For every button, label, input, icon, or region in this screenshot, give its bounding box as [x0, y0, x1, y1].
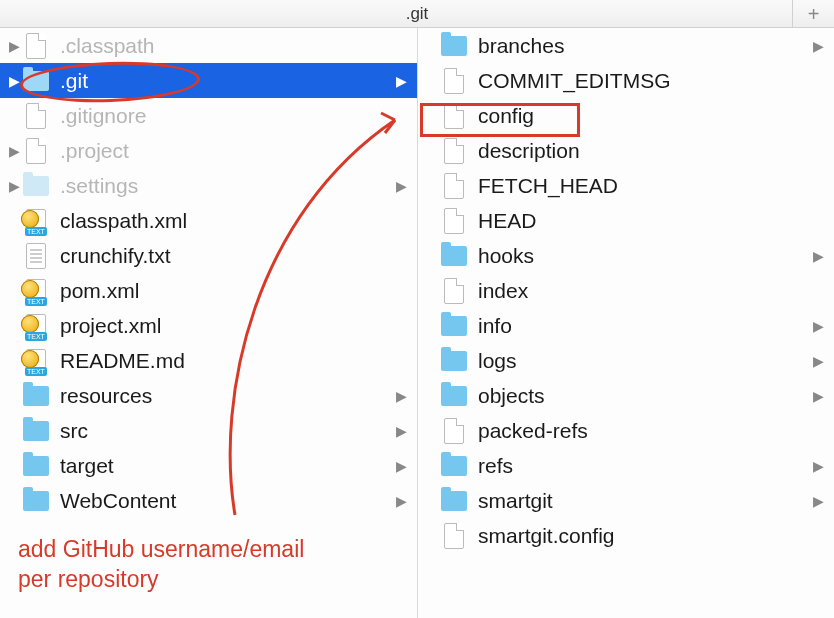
plus-icon: + — [808, 3, 820, 26]
list-item[interactable]: WebContent▶ — [0, 483, 417, 518]
new-tab-button[interactable]: + — [792, 0, 834, 28]
folder-icon — [22, 382, 50, 410]
file-icon — [440, 417, 468, 445]
item-label: HEAD — [478, 209, 810, 233]
expand-arrow-right[interactable]: ▶ — [810, 38, 834, 54]
item-label: .git — [60, 69, 393, 93]
list-item[interactable]: branches▶ — [418, 28, 834, 63]
list-item[interactable]: info▶ — [418, 308, 834, 343]
list-item[interactable]: smartgit.config — [418, 518, 834, 553]
folder-icon — [440, 347, 468, 375]
item-label: resources — [60, 384, 393, 408]
item-label: objects — [478, 384, 810, 408]
folder-icon — [22, 487, 50, 515]
list-item[interactable]: target▶ — [0, 448, 417, 483]
list-item[interactable]: logs▶ — [418, 343, 834, 378]
list-item[interactable]: TEXTclasspath.xml — [0, 203, 417, 238]
list-item[interactable]: TEXTREADME.md — [0, 343, 417, 378]
expand-arrow-right[interactable]: ▶ — [393, 423, 417, 439]
item-label: hooks — [478, 244, 810, 268]
item-label: classpath.xml — [60, 209, 393, 233]
folder-icon — [440, 242, 468, 270]
list-item[interactable]: .gitignore — [0, 98, 417, 133]
list-item[interactable]: TEXTpom.xml — [0, 273, 417, 308]
item-label: target — [60, 454, 393, 478]
item-label: .settings — [60, 174, 393, 198]
file-icon — [22, 102, 50, 130]
list-item[interactable]: resources▶ — [0, 378, 417, 413]
title-bar: .git + — [0, 0, 834, 28]
list-item[interactable]: smartgit▶ — [418, 483, 834, 518]
item-label: description — [478, 139, 810, 163]
expand-arrow-right[interactable]: ▶ — [810, 493, 834, 509]
expand-arrow-right[interactable]: ▶ — [393, 458, 417, 474]
item-label: pom.xml — [60, 279, 393, 303]
item-label: crunchify.txt — [60, 244, 393, 268]
xml-file-icon: TEXT — [22, 207, 50, 235]
expand-arrow-left[interactable]: ▶ — [6, 38, 22, 54]
expand-arrow-left[interactable]: ▶ — [6, 73, 22, 89]
item-label: config — [478, 104, 810, 128]
list-item[interactable]: ▶.git▶ — [0, 63, 417, 98]
expand-arrow-right[interactable]: ▶ — [393, 73, 417, 89]
list-item[interactable]: ▶.project — [0, 133, 417, 168]
list-item[interactable]: config — [418, 98, 834, 133]
list-item[interactable]: refs▶ — [418, 448, 834, 483]
expand-arrow-right[interactable]: ▶ — [810, 458, 834, 474]
list-item[interactable]: HEAD — [418, 203, 834, 238]
folder-icon — [440, 32, 468, 60]
text-file-icon — [22, 242, 50, 270]
item-label: README.md — [60, 349, 393, 373]
list-item[interactable]: crunchify.txt — [0, 238, 417, 273]
item-label: src — [60, 419, 393, 443]
xml-file-icon: TEXT — [22, 277, 50, 305]
list-item[interactable]: src▶ — [0, 413, 417, 448]
item-label: smartgit — [478, 489, 810, 513]
item-label: project.xml — [60, 314, 393, 338]
file-icon — [440, 277, 468, 305]
folder-icon — [440, 452, 468, 480]
expand-arrow-left[interactable]: ▶ — [6, 143, 22, 159]
list-item[interactable]: ▶.settings▶ — [0, 168, 417, 203]
item-label: index — [478, 279, 810, 303]
list-item[interactable]: packed-refs — [418, 413, 834, 448]
list-item[interactable]: description — [418, 133, 834, 168]
item-label: .classpath — [60, 34, 393, 58]
item-label: COMMIT_EDITMSG — [478, 69, 810, 93]
item-label: packed-refs — [478, 419, 810, 443]
list-item[interactable]: hooks▶ — [418, 238, 834, 273]
item-label: logs — [478, 349, 810, 373]
expand-arrow-left[interactable]: ▶ — [6, 178, 22, 194]
folder-icon — [22, 172, 50, 200]
expand-arrow-right[interactable]: ▶ — [393, 178, 417, 194]
file-icon — [22, 137, 50, 165]
item-label: FETCH_HEAD — [478, 174, 810, 198]
expand-arrow-right[interactable]: ▶ — [810, 318, 834, 334]
folder-icon — [22, 452, 50, 480]
expand-arrow-right[interactable]: ▶ — [810, 388, 834, 404]
column-left[interactable]: ▶.classpath▶.git▶.gitignore▶.project▶.se… — [0, 28, 418, 618]
list-item[interactable]: FETCH_HEAD — [418, 168, 834, 203]
list-item[interactable]: COMMIT_EDITMSG — [418, 63, 834, 98]
list-item[interactable]: objects▶ — [418, 378, 834, 413]
item-label: .gitignore — [60, 104, 393, 128]
item-label: info — [478, 314, 810, 338]
expand-arrow-right[interactable]: ▶ — [393, 388, 417, 404]
expand-arrow-right[interactable]: ▶ — [810, 353, 834, 369]
item-label: .project — [60, 139, 393, 163]
expand-arrow-right[interactable]: ▶ — [810, 248, 834, 264]
list-item[interactable]: ▶.classpath — [0, 28, 417, 63]
folder-icon — [22, 417, 50, 445]
column-right[interactable]: branches▶COMMIT_EDITMSGconfigdescription… — [418, 28, 834, 618]
xml-file-icon: TEXT — [22, 347, 50, 375]
window-title: .git — [406, 4, 429, 24]
folder-icon — [22, 67, 50, 95]
file-icon — [440, 137, 468, 165]
folder-icon — [440, 382, 468, 410]
expand-arrow-right[interactable]: ▶ — [393, 493, 417, 509]
item-label: smartgit.config — [478, 524, 810, 548]
item-label: WebContent — [60, 489, 393, 513]
list-item[interactable]: index — [418, 273, 834, 308]
list-item[interactable]: TEXTproject.xml — [0, 308, 417, 343]
file-icon — [440, 522, 468, 550]
